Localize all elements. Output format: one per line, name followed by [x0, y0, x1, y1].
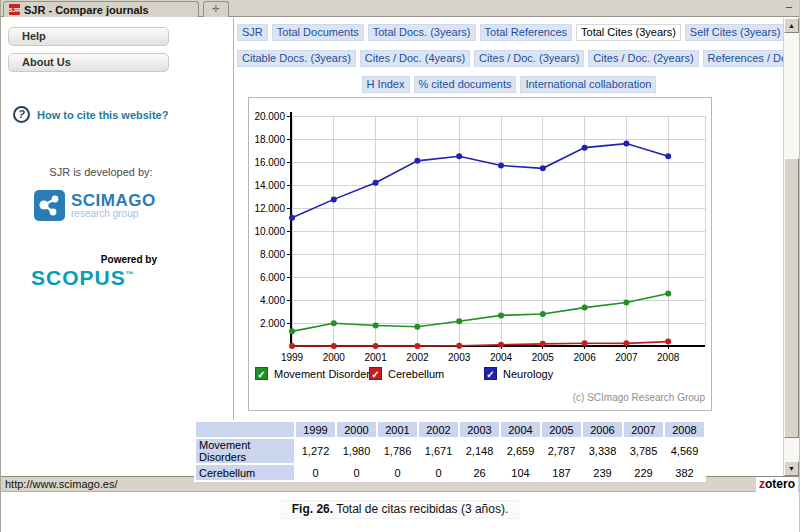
y-tick-label: 16.000 — [254, 157, 285, 168]
sidebar-item-about-us[interactable]: About Us — [8, 53, 169, 72]
value-cell: 1,671 — [419, 439, 458, 463]
data-point-movement-disorders — [623, 299, 629, 305]
y-tick-label: 14.000 — [254, 180, 285, 191]
line-chart: 20.00018.00016.00014.00012.00010.0008.00… — [249, 98, 711, 410]
browser-window: SJR SJR - Compare journals ✛ – HelpAbout… — [0, 0, 800, 532]
cite-link-row[interactable]: ? How to cite this website? — [13, 106, 168, 123]
metric-tab-total-references[interactable]: Total References — [480, 24, 573, 41]
legend-checkbox-icon[interactable]: ✓ — [369, 367, 382, 380]
value-cell: 1,272 — [296, 439, 335, 463]
browser-tab-active[interactable]: SJR SJR - Compare journals — [3, 1, 199, 17]
vertical-scrollbar[interactable]: ▲ ▼ — [783, 18, 799, 476]
y-tick-label: 10.000 — [254, 226, 285, 237]
data-point-neurology — [665, 153, 671, 159]
legend-item-cerebellum[interactable]: ✓Cerebellum — [369, 367, 444, 380]
trademark-symbol: ™ — [126, 270, 135, 279]
sjr-favicon-icon: SJR — [9, 4, 20, 15]
legend-checkbox-icon[interactable]: ✓ — [255, 367, 268, 380]
data-point-cerebellum — [289, 343, 295, 349]
y-tick-label: 18.000 — [254, 134, 285, 145]
series-line-neurology — [292, 144, 668, 218]
data-point-cerebellum — [623, 340, 629, 346]
data-point-neurology — [373, 180, 379, 186]
metric-tab-cites-doc-2years[interactable]: Cites / Doc. (2years) — [588, 50, 698, 67]
data-point-neurology — [289, 215, 295, 221]
value-cell: 187 — [542, 465, 581, 480]
y-tick-label: 20.000 — [254, 111, 285, 122]
legend-label: Movement Disorders — [274, 368, 375, 380]
scimago-molecule-icon — [34, 190, 65, 221]
metric-tab-total-cites-3years[interactable]: Total Cites (3years) — [576, 24, 681, 41]
browser-tab-bar: SJR SJR - Compare journals ✛ – — [1, 0, 799, 17]
metric-tab-cites-doc-3years[interactable]: Cites / Doc. (3years) — [474, 50, 584, 67]
x-tick-label: 2001 — [364, 352, 387, 363]
row-label: Cerebellum — [196, 465, 294, 480]
x-tick-label: 2007 — [615, 352, 638, 363]
value-cell: 3,785 — [624, 439, 663, 463]
metric-tab-international-collaboration[interactable]: International collaboration — [520, 76, 656, 93]
data-point-cerebellum — [498, 342, 504, 348]
value-cell: 2,659 — [501, 439, 540, 463]
data-point-movement-disorders — [456, 318, 462, 324]
data-point-movement-disorders — [582, 305, 588, 311]
x-tick-label: 2006 — [573, 352, 596, 363]
y-tick-label: 4.000 — [260, 295, 285, 306]
how-to-cite-link[interactable]: How to cite this website? — [37, 109, 168, 121]
x-tick-label: 2003 — [448, 352, 471, 363]
data-point-movement-disorders — [540, 311, 546, 317]
x-tick-label: 2002 — [406, 352, 429, 363]
data-point-neurology — [456, 153, 462, 159]
scroll-down-button[interactable]: ▼ — [784, 461, 799, 476]
data-point-cerebellum — [414, 343, 420, 349]
data-point-cerebellum — [331, 343, 337, 349]
zotero-button[interactable]: zotero — [756, 477, 798, 492]
metric-tab-cited-documents[interactable]: % cited documents — [414, 76, 517, 93]
y-tick-label: 6.000 — [260, 272, 285, 283]
data-point-neurology — [540, 165, 546, 171]
metric-tab-self-cites-3years[interactable]: Self Cites (3years) — [685, 24, 785, 41]
value-cell: 1,786 — [378, 439, 417, 463]
figure-caption-text: Total de citas recibidas (3 años). — [333, 502, 508, 516]
data-point-neurology — [623, 141, 629, 147]
value-cell: 3,338 — [583, 439, 622, 463]
x-tick-label: 2004 — [490, 352, 513, 363]
year-header: 2006 — [583, 422, 622, 437]
metric-tab-total-docs-3years[interactable]: Total Docs. (3years) — [368, 24, 476, 41]
table-corner-cell — [196, 422, 294, 437]
metric-tab-row: Citable Docs. (3years)Cites / Doc. (4yea… — [235, 48, 783, 67]
scopus-logo: Powered by SCOPUS™ — [31, 254, 161, 288]
metric-tab-h-index[interactable]: H Index — [362, 76, 410, 93]
data-point-movement-disorders — [414, 324, 420, 330]
status-url: http://www.scimago.es/ — [5, 478, 118, 490]
journal-data-table: 1999200020012002200320042005200620072008… — [194, 420, 706, 482]
scroll-up-button[interactable]: ▲ — [784, 18, 799, 33]
data-point-cerebellum — [456, 343, 462, 349]
metric-tabs: SJRTotal DocumentsTotal Docs. (3years)To… — [235, 22, 783, 93]
sidebar-item-help[interactable]: Help — [8, 27, 169, 46]
metric-tab-citable-docs-3years[interactable]: Citable Docs. (3years) — [237, 50, 356, 67]
row-label: Movement Disorders — [196, 439, 294, 463]
value-cell: 239 — [583, 465, 622, 480]
data-point-neurology — [414, 158, 420, 164]
metric-tab-cites-doc-4years[interactable]: Cites / Doc. (4years) — [360, 50, 470, 67]
data-point-cerebellum — [373, 343, 379, 349]
new-tab-button[interactable]: ✛ — [203, 1, 229, 17]
year-header: 2005 — [542, 422, 581, 437]
data-point-movement-disorders — [665, 290, 671, 296]
scrollbar-thumb[interactable] — [784, 158, 799, 438]
legend-checkbox-icon[interactable]: ✓ — [484, 367, 497, 380]
value-cell: 104 — [501, 465, 540, 480]
legend-item-movement-disorders[interactable]: ✓Movement Disorders — [255, 367, 375, 380]
legend-label: Neurology — [503, 368, 553, 380]
series-line-movement-disorders — [292, 293, 668, 331]
year-header: 2001 — [378, 422, 417, 437]
dash-icon: – — [786, 0, 792, 12]
metric-tab-sjr[interactable]: SJR — [237, 24, 268, 41]
value-cell: 1,980 — [337, 439, 376, 463]
developed-by-text: SJR is developed by: — [1, 166, 201, 178]
metric-tab-total-documents[interactable]: Total Documents — [272, 24, 364, 41]
chart-copyright: (c) SCImago Research Group — [573, 392, 705, 403]
legend-item-neurology[interactable]: ✓Neurology — [484, 367, 553, 380]
value-cell: 0 — [296, 465, 335, 480]
tab-overflow-button[interactable]: – — [783, 1, 795, 14]
